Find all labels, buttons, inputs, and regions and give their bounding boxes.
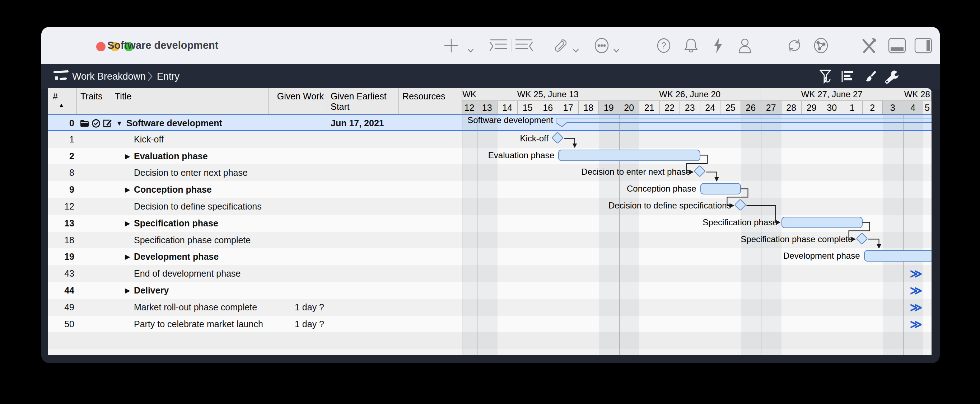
overflow-right-indicator: ≫	[910, 267, 922, 281]
filter-icon[interactable]	[819, 69, 832, 84]
weekend-shading	[462, 114, 477, 355]
milestone-diamond[interactable]	[551, 132, 563, 144]
day-header: 17	[558, 100, 579, 114]
add-dropdown-chevron[interactable]	[467, 43, 474, 59]
task-title: Delivery	[134, 282, 291, 299]
task-title: Development phase	[134, 248, 291, 265]
overflow-right-indicator: ≫	[910, 283, 922, 297]
day-header: 29	[802, 100, 822, 114]
row-number: 9	[48, 181, 74, 198]
row-number: 13	[48, 215, 74, 232]
attachment-dropdown-chevron[interactable]	[572, 43, 579, 59]
row-number: 44	[48, 282, 74, 299]
user-icon[interactable]	[736, 38, 754, 54]
milestone-diamond[interactable]	[694, 165, 706, 177]
outline-icon[interactable]	[841, 69, 854, 84]
task-bar[interactable]	[700, 183, 741, 194]
task-bar[interactable]	[864, 250, 932, 262]
day-header: 28	[781, 100, 802, 114]
outdent-icon[interactable]	[514, 38, 535, 54]
gantt-pane: WK12WK 25, June 1313141516171819WK 26, J…	[462, 88, 932, 355]
sort-ascending-icon: ▲	[59, 102, 64, 108]
task-bar[interactable]	[558, 150, 700, 161]
row-number: 12	[48, 198, 74, 215]
task-bar[interactable]	[781, 217, 862, 228]
expand-triangle-icon[interactable]: ▶	[125, 248, 130, 265]
note-pencil-icon	[103, 118, 112, 128]
week-header: WK 27, June 27	[761, 88, 903, 100]
toolbar-divider	[462, 39, 462, 52]
day-header: 15	[518, 100, 538, 114]
gantt-bar-label: Conception phase	[627, 183, 696, 194]
help-icon[interactable]: ?	[656, 38, 671, 54]
milestone-diamond[interactable]	[856, 232, 868, 245]
column-header-title[interactable]: Title	[111, 88, 269, 114]
row-number: 8	[48, 164, 74, 181]
folder-icon	[80, 118, 89, 128]
settings-wrench-icon[interactable]	[884, 69, 899, 84]
day-header: 3	[883, 100, 903, 114]
toolbar-divider	[511, 39, 512, 52]
column-header-givenwork[interactable]: Given Work	[269, 88, 327, 114]
day-header: 24	[700, 100, 721, 114]
gantt-bar-label: Development phase	[783, 250, 860, 262]
day-header: 22	[660, 100, 680, 114]
week-gridline	[477, 114, 477, 355]
day-header: 1	[842, 100, 862, 114]
day-header: 14	[498, 100, 518, 114]
tools-icon[interactable]	[860, 38, 878, 54]
gantt-bar-label: Software development	[468, 115, 553, 126]
work-breakdown-content: #▲TraitsTitleGiven WorkGiven Earliest St…	[48, 88, 932, 355]
task-title: Party to celebrate market launch	[134, 316, 291, 332]
app-window: Software development ?	[41, 27, 940, 363]
day-header: 12	[462, 100, 477, 114]
task-title: End of development phase	[134, 265, 291, 282]
breadcrumb-style-name[interactable]: Entry	[157, 69, 180, 84]
format-brush-icon[interactable]	[862, 69, 877, 84]
right-panel-icon[interactable]	[914, 38, 932, 54]
expand-triangle-icon[interactable]: ▶	[125, 181, 130, 198]
expand-triangle-icon[interactable]: ▶	[125, 148, 130, 165]
close-window-button[interactable]	[96, 42, 105, 51]
day-header: 23	[680, 100, 700, 114]
svg-text:?: ?	[661, 41, 666, 50]
clock-check-icon	[91, 118, 101, 128]
row-number: 0	[48, 115, 74, 132]
column-header-resources[interactable]: Resources	[399, 88, 462, 114]
activity-icon[interactable]	[712, 38, 724, 54]
given-work-value: 1 day ?	[269, 316, 324, 332]
day-header: 13	[477, 100, 498, 114]
task-title: Decision to enter next phase	[134, 164, 291, 181]
bottom-panel-icon[interactable]	[888, 38, 907, 54]
day-header: 16	[538, 100, 558, 114]
row-number: 49	[48, 299, 74, 316]
titlebar: Software development ?	[41, 27, 940, 64]
more-dropdown-chevron[interactable]	[613, 43, 620, 59]
network-icon[interactable]	[812, 38, 830, 54]
work-breakdown-view-icon[interactable]	[54, 69, 68, 84]
gantt-left-border	[462, 88, 462, 355]
expand-triangle-icon[interactable]: ▶	[125, 282, 130, 299]
row-number: 2	[48, 148, 74, 165]
task-title: Market roll-out phase complete	[134, 299, 291, 316]
gantt-bar-label: Specification phase	[703, 217, 777, 228]
week-header: WK 28	[903, 88, 932, 100]
more-icon[interactable]	[594, 38, 609, 54]
add-icon[interactable]	[444, 38, 458, 54]
day-header: 27	[761, 100, 781, 114]
collapse-triangle-icon[interactable]: ▼	[116, 115, 123, 132]
day-header: 30	[822, 100, 843, 114]
column-header-[interactable]: #▲	[48, 88, 77, 114]
gantt-bar-label: Kick-off	[520, 133, 549, 144]
task-title: Evaluation phase	[134, 148, 291, 165]
indent-icon[interactable]	[488, 38, 508, 54]
task-title: Specification phase complete	[134, 232, 291, 249]
notifications-icon[interactable]	[683, 38, 699, 54]
sync-icon[interactable]	[786, 38, 803, 54]
column-header-givenearlieststart[interactable]: Given Earliest Start	[327, 88, 399, 114]
expand-triangle-icon[interactable]: ▶	[125, 215, 130, 232]
task-title: Conception phase	[134, 181, 291, 198]
breadcrumb-view-name[interactable]: Work Breakdown	[72, 69, 146, 84]
column-header-traits[interactable]: Traits	[77, 88, 111, 114]
attachment-icon[interactable]	[551, 38, 568, 54]
